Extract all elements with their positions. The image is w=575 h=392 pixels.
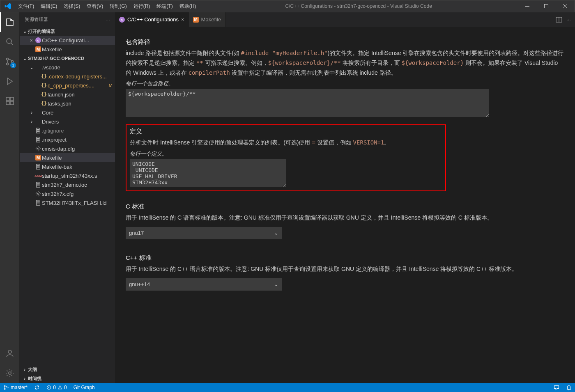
defines-description: 分析文件时 IntelliSense 引擎要使用的预处理器定义的列表。(可选)使… <box>130 138 442 148</box>
chevron-right-icon: › <box>21 376 28 381</box>
tree-label: launch.json <box>48 92 75 98</box>
status-bell-icon[interactable] <box>563 385 575 390</box>
file-icon <box>35 164 41 170</box>
tree-file[interactable]: Makefile-bak <box>20 162 115 171</box>
tree-label: stm32h7x.cfg <box>42 191 74 197</box>
tree-file[interactable]: stm32h7x.cfg <box>20 189 115 198</box>
tree-folder[interactable]: ›Core <box>20 108 115 117</box>
makefile-icon: M <box>193 17 199 23</box>
editor-content[interactable]: 包含路径 include 路径是包括源文件中随附的头文件(如 #include … <box>115 27 575 383</box>
defines-hint: 每行一个定义。 <box>130 150 442 158</box>
sidebar-more-icon[interactable]: ··· <box>106 17 110 22</box>
tree-file[interactable]: STM32H743IITx_FLASH.ld <box>20 198 115 207</box>
split-editor-icon[interactable] <box>556 16 562 23</box>
status-problems[interactable]: 0 0 <box>43 385 70 390</box>
activity-extensions[interactable] <box>0 91 19 111</box>
include-hint: 每行一个包含路径。 <box>126 80 564 87</box>
minimize-button[interactable] <box>518 0 537 12</box>
chevron-right-icon: › <box>21 367 28 372</box>
include-description: include 路径是包括源文件中随附的头文件(如 #include "myHe… <box>126 48 564 78</box>
defines-title: 定义 <box>130 128 442 135</box>
tree-label: Makefile-bak <box>42 164 72 170</box>
tree-file[interactable]: cmsis-dap.cfg <box>20 144 115 153</box>
json-icon: {} <box>41 83 47 88</box>
modified-badge: M <box>109 83 113 88</box>
tree-label: stm32h7_demo.ioc <box>42 182 87 188</box>
status-feedback-icon[interactable] <box>550 385 563 390</box>
close-icon[interactable]: × <box>181 16 184 23</box>
svg-point-4 <box>6 63 8 65</box>
menu-item[interactable]: 终端(T) <box>153 3 176 10</box>
svg-point-12 <box>37 148 39 149</box>
menu-item[interactable]: 文件(F) <box>15 3 37 10</box>
defines-input[interactable] <box>130 159 286 187</box>
makefile-icon: M <box>35 155 41 160</box>
menu-item[interactable]: 运行(R) <box>130 3 154 10</box>
tree-folder[interactable]: ⌄.vscode <box>20 63 115 72</box>
editor-tab[interactable]: cC/C++ Configurations× <box>115 12 189 27</box>
makefile-icon: M <box>35 46 41 52</box>
tree-file[interactable]: .gitignore <box>20 126 115 135</box>
chevron-down-icon: ⌄ <box>29 64 34 70</box>
sidebar-title-row: 资源管理器 ··· <box>20 12 115 27</box>
c-standard-title: C 标准 <box>126 203 564 211</box>
tree-file[interactable]: MMakefile <box>20 153 115 162</box>
tree-file[interactable]: {}.cortex-debug.registers... <box>20 72 115 81</box>
scm-badge: 1 <box>10 62 16 68</box>
open-editor-item[interactable]: MMakefile <box>20 45 115 54</box>
status-git-graph[interactable]: Git Graph <box>70 385 98 390</box>
menu-item[interactable]: 帮助(H) <box>176 3 200 10</box>
svg-rect-9 <box>10 97 14 101</box>
activity-scm[interactable]: 1 <box>0 52 19 71</box>
activity-settings[interactable] <box>0 363 19 383</box>
project-header[interactable]: ⌄ STM32H7-GCC-OPENOCD <box>20 54 115 63</box>
c-standard-description: 用于 IntelliSense 的 C 语言标准的版本。注意: GNU 标准仅用… <box>126 213 564 223</box>
tree-label: c_cpp_properties.... <box>48 83 94 89</box>
tree-file[interactable]: {}launch.json <box>20 90 115 99</box>
outline-header[interactable]: › 大纲 <box>20 365 115 374</box>
more-icon[interactable]: ··· <box>566 16 571 23</box>
tree-label: cmsis-dap.cfg <box>42 146 75 152</box>
tree-file[interactable]: stm32h7_demo.ioc <box>20 180 115 189</box>
timeline-header[interactable]: › 时间线 <box>20 374 115 383</box>
menu-item[interactable]: 编辑(E) <box>37 3 60 10</box>
cpp-standard-select[interactable]: gnu++14 ⌄ <box>126 278 282 291</box>
menu-item[interactable]: 转到(G) <box>106 3 130 10</box>
menu-item[interactable]: 查看(V) <box>83 3 106 10</box>
activity-explorer[interactable] <box>0 12 19 32</box>
file-icon <box>35 200 41 206</box>
editor-area: cC/C++ Configurations×MMakefile ··· 包含路径… <box>115 12 575 383</box>
menubar: 文件(F)编辑(E)选择(S)查看(V)转到(G)运行(R)终端(T)帮助(H) <box>15 3 199 10</box>
asm-icon: ASM <box>34 174 42 178</box>
editor-tab[interactable]: MMakefile <box>189 12 225 27</box>
activity-accounts[interactable] <box>0 344 19 363</box>
status-branch[interactable]: master* <box>0 385 31 390</box>
svg-rect-7 <box>6 101 9 105</box>
tree-file[interactable]: .mxproject <box>20 135 115 144</box>
activity-search[interactable] <box>0 32 19 52</box>
tree-label: Core <box>42 110 53 116</box>
include-path-input[interactable] <box>126 89 489 117</box>
window-controls <box>518 0 575 12</box>
tabs: cC/C++ Configurations×MMakefile ··· <box>115 12 575 27</box>
activitybar: 1 <box>0 12 20 383</box>
activity-run[interactable] <box>0 71 19 91</box>
tree-file[interactable]: ASMstartup_stm32h743xx.s <box>20 171 115 180</box>
open-editor-label: Makefile <box>42 46 62 53</box>
close-button[interactable] <box>556 0 575 12</box>
statusbar: master* 0 0 Git Graph <box>0 383 575 392</box>
close-icon[interactable]: × <box>28 37 34 44</box>
open-editors-header[interactable]: ⌄ 打开的编辑器 <box>20 27 115 36</box>
menu-item[interactable]: 选择(S) <box>60 3 83 10</box>
file-icon <box>35 137 41 142</box>
tree-file[interactable]: {}c_cpp_properties....M <box>20 81 115 90</box>
json-icon: {} <box>41 101 47 106</box>
tree-folder[interactable]: ›Drivers <box>20 117 115 126</box>
c-standard-select[interactable]: gnu17 ⌄ <box>126 227 282 239</box>
tree-label: startup_stm32h743xx.s <box>42 173 97 179</box>
tree-file[interactable]: {}tasks.json <box>20 99 115 108</box>
chevron-right-icon: › <box>29 119 34 124</box>
status-sync[interactable] <box>31 385 43 390</box>
open-editor-item[interactable]: ×cC/C++ Configurati... <box>20 36 115 45</box>
maximize-button[interactable] <box>537 0 556 12</box>
